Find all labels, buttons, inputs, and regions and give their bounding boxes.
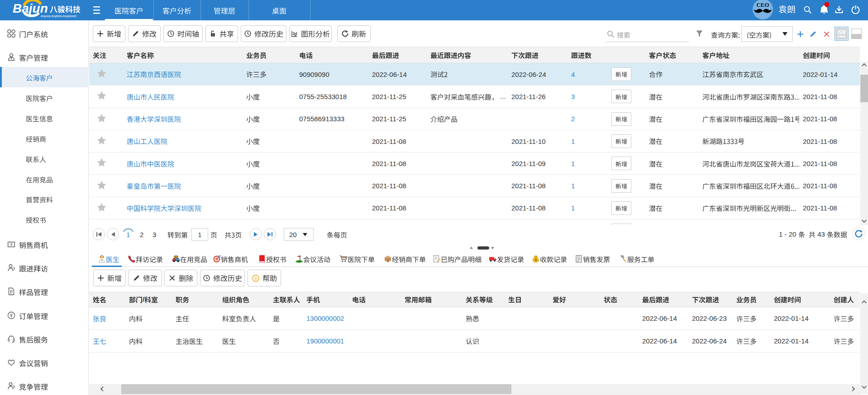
- svg-text:?: ?: [254, 276, 257, 281]
- svg-text:¥: ¥: [10, 313, 13, 318]
- svg-text:¥: ¥: [10, 242, 13, 247]
- svg-text:CEO: CEO: [756, 1, 769, 8]
- svg-text:Bajun: Bajun: [13, 1, 48, 15]
- svg-text:$: $: [534, 257, 537, 262]
- svg-text:Anyone,Anytime,Anywhere!: Anyone,Anytime,Anywhere!: [41, 14, 76, 18]
